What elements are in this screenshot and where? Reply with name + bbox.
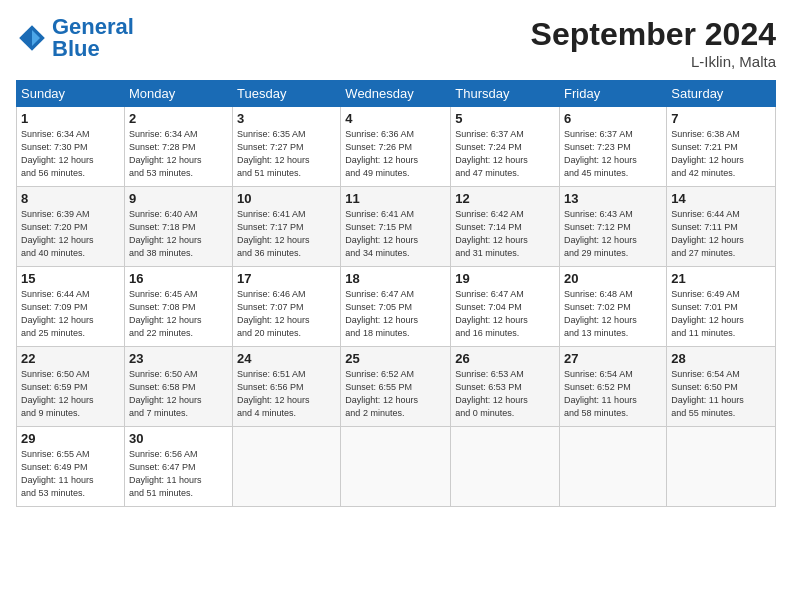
day-number: 3: [237, 111, 336, 126]
calendar-day-cell: 3Sunrise: 6:35 AM Sunset: 7:27 PM Daylig…: [233, 107, 341, 187]
calendar-week-row: 22Sunrise: 6:50 AM Sunset: 6:59 PM Dayli…: [17, 347, 776, 427]
calendar-day-cell: [451, 427, 560, 507]
day-info: Sunrise: 6:50 AM Sunset: 6:58 PM Dayligh…: [129, 368, 228, 420]
day-number: 30: [129, 431, 228, 446]
page: General Blue September 2024 L-Iklin, Mal…: [0, 0, 792, 612]
day-info: Sunrise: 6:42 AM Sunset: 7:14 PM Dayligh…: [455, 208, 555, 260]
day-info: Sunrise: 6:41 AM Sunset: 7:17 PM Dayligh…: [237, 208, 336, 260]
day-number: 6: [564, 111, 662, 126]
calendar-day-cell: 15Sunrise: 6:44 AM Sunset: 7:09 PM Dayli…: [17, 267, 125, 347]
day-number: 11: [345, 191, 446, 206]
title-block: September 2024 L-Iklin, Malta: [531, 16, 776, 70]
calendar-day-cell: 16Sunrise: 6:45 AM Sunset: 7:08 PM Dayli…: [124, 267, 232, 347]
day-number: 23: [129, 351, 228, 366]
day-info: Sunrise: 6:44 AM Sunset: 7:09 PM Dayligh…: [21, 288, 120, 340]
calendar-day-cell: 7Sunrise: 6:38 AM Sunset: 7:21 PM Daylig…: [667, 107, 776, 187]
day-info: Sunrise: 6:56 AM Sunset: 6:47 PM Dayligh…: [129, 448, 228, 500]
day-number: 12: [455, 191, 555, 206]
calendar-day-cell: 6Sunrise: 6:37 AM Sunset: 7:23 PM Daylig…: [560, 107, 667, 187]
calendar-week-row: 8Sunrise: 6:39 AM Sunset: 7:20 PM Daylig…: [17, 187, 776, 267]
day-info: Sunrise: 6:34 AM Sunset: 7:30 PM Dayligh…: [21, 128, 120, 180]
calendar-day-cell: 23Sunrise: 6:50 AM Sunset: 6:58 PM Dayli…: [124, 347, 232, 427]
day-number: 19: [455, 271, 555, 286]
calendar-week-row: 15Sunrise: 6:44 AM Sunset: 7:09 PM Dayli…: [17, 267, 776, 347]
calendar-day-cell: [233, 427, 341, 507]
day-info: Sunrise: 6:37 AM Sunset: 7:24 PM Dayligh…: [455, 128, 555, 180]
logo-text: General Blue: [52, 16, 134, 60]
day-number: 21: [671, 271, 771, 286]
day-number: 26: [455, 351, 555, 366]
calendar-day-cell: 30Sunrise: 6:56 AM Sunset: 6:47 PM Dayli…: [124, 427, 232, 507]
header: General Blue September 2024 L-Iklin, Mal…: [16, 16, 776, 70]
day-info: Sunrise: 6:47 AM Sunset: 7:04 PM Dayligh…: [455, 288, 555, 340]
day-number: 15: [21, 271, 120, 286]
calendar-day-cell: 14Sunrise: 6:44 AM Sunset: 7:11 PM Dayli…: [667, 187, 776, 267]
day-info: Sunrise: 6:36 AM Sunset: 7:26 PM Dayligh…: [345, 128, 446, 180]
day-number: 2: [129, 111, 228, 126]
day-info: Sunrise: 6:44 AM Sunset: 7:11 PM Dayligh…: [671, 208, 771, 260]
day-info: Sunrise: 6:43 AM Sunset: 7:12 PM Dayligh…: [564, 208, 662, 260]
day-info: Sunrise: 6:51 AM Sunset: 6:56 PM Dayligh…: [237, 368, 336, 420]
day-info: Sunrise: 6:55 AM Sunset: 6:49 PM Dayligh…: [21, 448, 120, 500]
calendar-table: SundayMondayTuesdayWednesdayThursdayFrid…: [16, 80, 776, 507]
day-number: 9: [129, 191, 228, 206]
calendar-header-sunday: Sunday: [17, 81, 125, 107]
calendar-header-monday: Monday: [124, 81, 232, 107]
logo-blue: Blue: [52, 36, 100, 61]
calendar-header-wednesday: Wednesday: [341, 81, 451, 107]
day-number: 8: [21, 191, 120, 206]
calendar-header-saturday: Saturday: [667, 81, 776, 107]
day-number: 28: [671, 351, 771, 366]
day-number: 5: [455, 111, 555, 126]
calendar-day-cell: 26Sunrise: 6:53 AM Sunset: 6:53 PM Dayli…: [451, 347, 560, 427]
day-info: Sunrise: 6:34 AM Sunset: 7:28 PM Dayligh…: [129, 128, 228, 180]
logo-icon: [16, 22, 48, 54]
day-number: 25: [345, 351, 446, 366]
day-info: Sunrise: 6:45 AM Sunset: 7:08 PM Dayligh…: [129, 288, 228, 340]
day-info: Sunrise: 6:49 AM Sunset: 7:01 PM Dayligh…: [671, 288, 771, 340]
day-number: 29: [21, 431, 120, 446]
month-title: September 2024: [531, 16, 776, 53]
calendar-header-row: SundayMondayTuesdayWednesdayThursdayFrid…: [17, 81, 776, 107]
day-number: 13: [564, 191, 662, 206]
calendar-day-cell: 11Sunrise: 6:41 AM Sunset: 7:15 PM Dayli…: [341, 187, 451, 267]
calendar-day-cell: [341, 427, 451, 507]
calendar-day-cell: 17Sunrise: 6:46 AM Sunset: 7:07 PM Dayli…: [233, 267, 341, 347]
day-info: Sunrise: 6:39 AM Sunset: 7:20 PM Dayligh…: [21, 208, 120, 260]
day-number: 10: [237, 191, 336, 206]
calendar-day-cell: 12Sunrise: 6:42 AM Sunset: 7:14 PM Dayli…: [451, 187, 560, 267]
calendar-week-row: 29Sunrise: 6:55 AM Sunset: 6:49 PM Dayli…: [17, 427, 776, 507]
day-number: 24: [237, 351, 336, 366]
location: L-Iklin, Malta: [531, 53, 776, 70]
day-info: Sunrise: 6:54 AM Sunset: 6:50 PM Dayligh…: [671, 368, 771, 420]
calendar-day-cell: 19Sunrise: 6:47 AM Sunset: 7:04 PM Dayli…: [451, 267, 560, 347]
calendar-day-cell: 24Sunrise: 6:51 AM Sunset: 6:56 PM Dayli…: [233, 347, 341, 427]
day-number: 1: [21, 111, 120, 126]
day-number: 20: [564, 271, 662, 286]
calendar-day-cell: 4Sunrise: 6:36 AM Sunset: 7:26 PM Daylig…: [341, 107, 451, 187]
calendar-day-cell: 25Sunrise: 6:52 AM Sunset: 6:55 PM Dayli…: [341, 347, 451, 427]
calendar-day-cell: [560, 427, 667, 507]
calendar-day-cell: 8Sunrise: 6:39 AM Sunset: 7:20 PM Daylig…: [17, 187, 125, 267]
calendar-day-cell: 1Sunrise: 6:34 AM Sunset: 7:30 PM Daylig…: [17, 107, 125, 187]
calendar-day-cell: 21Sunrise: 6:49 AM Sunset: 7:01 PM Dayli…: [667, 267, 776, 347]
day-info: Sunrise: 6:37 AM Sunset: 7:23 PM Dayligh…: [564, 128, 662, 180]
day-info: Sunrise: 6:50 AM Sunset: 6:59 PM Dayligh…: [21, 368, 120, 420]
calendar-header-friday: Friday: [560, 81, 667, 107]
day-info: Sunrise: 6:52 AM Sunset: 6:55 PM Dayligh…: [345, 368, 446, 420]
day-number: 4: [345, 111, 446, 126]
day-number: 18: [345, 271, 446, 286]
day-number: 16: [129, 271, 228, 286]
calendar-day-cell: [667, 427, 776, 507]
calendar-day-cell: 5Sunrise: 6:37 AM Sunset: 7:24 PM Daylig…: [451, 107, 560, 187]
day-info: Sunrise: 6:35 AM Sunset: 7:27 PM Dayligh…: [237, 128, 336, 180]
logo: General Blue: [16, 16, 134, 60]
day-info: Sunrise: 6:46 AM Sunset: 7:07 PM Dayligh…: [237, 288, 336, 340]
day-number: 27: [564, 351, 662, 366]
calendar-week-row: 1Sunrise: 6:34 AM Sunset: 7:30 PM Daylig…: [17, 107, 776, 187]
calendar-day-cell: 22Sunrise: 6:50 AM Sunset: 6:59 PM Dayli…: [17, 347, 125, 427]
day-number: 17: [237, 271, 336, 286]
calendar-day-cell: 20Sunrise: 6:48 AM Sunset: 7:02 PM Dayli…: [560, 267, 667, 347]
calendar-day-cell: 10Sunrise: 6:41 AM Sunset: 7:17 PM Dayli…: [233, 187, 341, 267]
day-info: Sunrise: 6:54 AM Sunset: 6:52 PM Dayligh…: [564, 368, 662, 420]
